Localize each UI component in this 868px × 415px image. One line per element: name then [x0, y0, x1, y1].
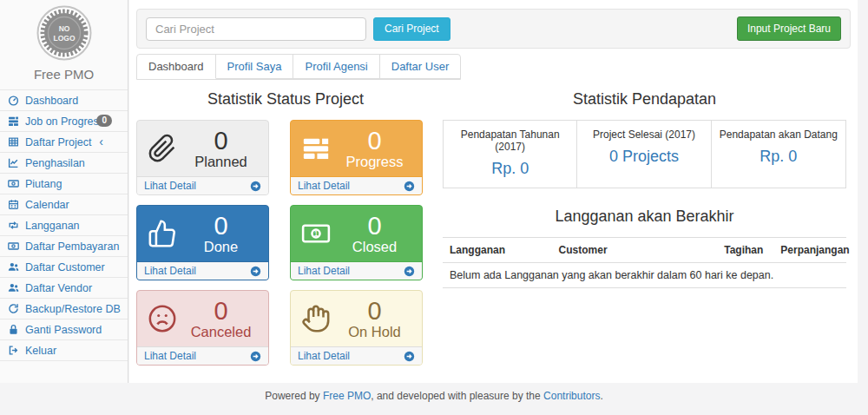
stat-pendapatan-tahunan: Pendapatan Tahunan (2017) Rp. 0	[444, 121, 577, 188]
sidebar-item-label: Daftar Project	[25, 136, 91, 148]
sidebar-item-daftar-customer[interactable]: Daftar Customer	[0, 257, 128, 278]
sidebar-item-penghasilan[interactable]: Penghasilan	[0, 153, 128, 174]
search-input[interactable]	[146, 17, 366, 41]
tab-dashboard[interactable]: Dashboard	[137, 55, 216, 79]
sidebar-item-daftar-pembayaran[interactable]: Daftar Pembayaran	[0, 236, 128, 257]
lihat-detail-link[interactable]: Lihat Detail	[298, 350, 350, 362]
page-footer: Powered by Free PMO, and developed with …	[0, 390, 868, 402]
sidebar-item-daftar-vendor[interactable]: Daftar Vendor	[0, 278, 128, 299]
sidebar-item-label: Langganan	[25, 220, 80, 232]
status-card-label: Closed	[336, 239, 413, 255]
users-icon	[8, 282, 21, 293]
logo-text-line1: NO	[58, 24, 69, 33]
status-card-footer: Lihat Detail	[137, 176, 268, 194]
no-logo-badge: NO LOGO	[0, 0, 128, 64]
arrow-circle-right-icon[interactable]	[250, 351, 261, 362]
sidebar-item-label: Job on Progress	[25, 115, 104, 128]
status-card-planned: 0 Planned Lihat Detail	[136, 120, 269, 195]
status-card-body: 0 On Hold	[291, 291, 422, 346]
refresh-icon	[8, 303, 21, 314]
contributors-link[interactable]: Contributors	[543, 390, 600, 402]
status-card-stats: 0 Closed	[336, 213, 413, 255]
lock-icon	[8, 324, 21, 335]
money-icon: 1	[301, 219, 336, 248]
tasks-icon	[8, 115, 21, 127]
footer-text: Powered by	[265, 390, 323, 402]
status-card-body: 1 0 Closed	[291, 206, 422, 261]
subscription-empty-row: Belum ada Langganan yang akan berakhir d…	[443, 263, 846, 288]
sidebar-item-label: Backup/Restore DB	[25, 303, 121, 315]
column-header-perpanjangan: Perpanjangan	[773, 238, 846, 262]
arrow-circle-right-icon[interactable]	[250, 181, 261, 192]
status-card-closed: 1 0 Closed Lihat Detail	[290, 205, 423, 280]
free-pmo-link[interactable]: Free PMO	[323, 390, 371, 402]
subscription-table-header: Langganan Customer Tagihan Perpanjangan	[443, 237, 846, 263]
sidebar-item-calendar[interactable]: Calendar	[0, 194, 128, 215]
lihat-detail-link[interactable]: Lihat Detail	[144, 350, 196, 362]
hand-paper-icon	[301, 304, 336, 333]
status-card-value: 0	[336, 128, 413, 154]
sidebar-item-keluar[interactable]: Keluar	[0, 340, 128, 361]
status-card-done: 0 Done Lihat Detail	[136, 205, 269, 280]
users-icon	[8, 261, 21, 273]
sidebar-item-label: Daftar Vendor	[25, 282, 92, 294]
search-button[interactable]: Cari Project	[373, 17, 450, 41]
lihat-detail-link[interactable]: Lihat Detail	[144, 180, 196, 192]
status-card-canceled: 0 Canceled Lihat Detail	[136, 290, 269, 366]
stat-label: Pendapatan Tahunan (2017)	[447, 128, 573, 153]
status-card-footer: Lihat Detail	[137, 346, 268, 365]
status-card-label: Planned	[182, 154, 260, 170]
project-search-toolbar: Cari Project Input Project Baru	[136, 9, 851, 49]
sidebar-item-ganti-password[interactable]: Ganti Password	[0, 319, 128, 340]
main-tabs: Dashboard Profil Saya Profil Agensi Daft…	[136, 54, 461, 80]
new-project-button[interactable]: Input Project Baru	[737, 16, 841, 41]
sidebar-item-dashboard[interactable]: Dashboard	[0, 90, 128, 111]
status-card-value: 0	[336, 213, 413, 239]
thumbs-up-icon	[148, 219, 182, 248]
column-header-customer: Customer	[552, 238, 718, 262]
lihat-detail-link[interactable]: Lihat Detail	[144, 265, 196, 277]
status-card-body: 0 Done	[137, 206, 268, 261]
status-card-body: 0 Canceled	[137, 291, 268, 346]
lihat-detail-link[interactable]: Lihat Detail	[298, 180, 350, 192]
tab-profil-agensi[interactable]: Profil Agensi	[293, 55, 379, 79]
sidebar-item-langganan[interactable]: Langganan	[0, 215, 128, 236]
status-card-footer: Lihat Detail	[137, 261, 268, 280]
arrow-circle-right-icon[interactable]	[404, 266, 415, 277]
status-card-progress: 0 Progress Lihat Detail	[290, 120, 423, 195]
stat-pendapatan-akan-datang: Pendapatan akan Datang Rp. 0	[712, 121, 845, 188]
sidebar-item-label: Penghasilan	[25, 157, 85, 169]
arrow-circle-right-icon[interactable]	[250, 266, 261, 277]
sidebar-item-piutang[interactable]: Piutang	[0, 174, 128, 194]
sidebar-item-label: Ganti Password	[25, 324, 102, 336]
column-header-langganan: Langganan	[443, 238, 552, 262]
tab-daftar-user[interactable]: Daftar User	[380, 55, 460, 79]
status-card-value: 0	[182, 298, 260, 324]
status-card-stats: 0 Done	[182, 213, 260, 255]
stat-value: 0 Projects	[581, 148, 707, 166]
line-chart-icon	[8, 157, 21, 168]
sidebar-item-label: Keluar	[25, 345, 56, 357]
sidebar-item-backup-restore-db[interactable]: Backup/Restore DB	[0, 299, 128, 319]
status-card-stats: 0 Progress	[336, 128, 413, 170]
lihat-detail-link[interactable]: Lihat Detail	[298, 265, 350, 277]
status-card-stats: 0 Canceled	[182, 298, 260, 340]
tab-profil-saya[interactable]: Profil Saya	[216, 55, 294, 79]
status-card-label: Done	[182, 239, 260, 255]
status-card-footer: Lihat Detail	[291, 261, 422, 280]
status-card-value: 0	[182, 128, 260, 154]
arrow-circle-right-icon[interactable]	[404, 351, 415, 362]
status-cards-grid: 0 Planned Lihat Detail	[136, 120, 435, 366]
footer-text: , and developed with pleasure by the	[371, 390, 543, 402]
sign-out-icon	[8, 345, 21, 356]
chevron-left-icon: ‹	[99, 135, 103, 148]
arrow-circle-right-icon[interactable]	[404, 181, 415, 192]
stat-value: Rp. 0	[447, 160, 573, 178]
status-card-stats: 0 On Hold	[336, 298, 413, 340]
status-card-stats: 0 Planned	[182, 128, 260, 170]
retweet-icon	[8, 220, 21, 231]
sidebar-item-daftar-project[interactable]: Daftar Project ‹	[0, 132, 128, 153]
sidebar-item-label: Daftar Pembayaran	[25, 240, 119, 253]
stat-label: Project Selesai (2017)	[581, 128, 707, 141]
sidebar-item-job-on-progress[interactable]: Job on Progress 0	[0, 111, 128, 132]
